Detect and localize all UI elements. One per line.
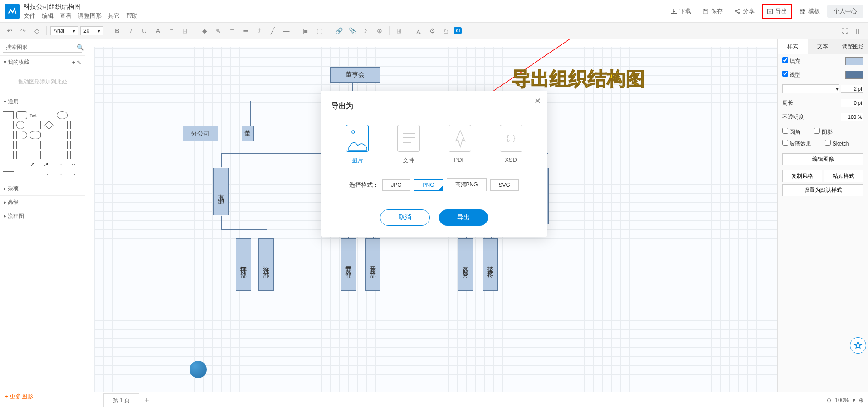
export-type-image[interactable]: 图片 <box>346 125 369 165</box>
export-type-file[interactable]: 文件 <box>397 125 420 165</box>
modal-cancel-button[interactable]: 取消 <box>380 209 430 226</box>
format-hdpng[interactable]: 高清PNG <box>447 178 487 191</box>
export-type-pdf[interactable]: PDF <box>449 125 471 165</box>
export-modal: ✕ 导出为 图片 文件 PDF {..} XSD 选择格式： JPG PNG <box>321 91 547 237</box>
format-png[interactable]: PNG <box>414 179 443 191</box>
modal-title: 导出为 <box>332 102 536 111</box>
format-label: 选择格式： <box>349 181 379 189</box>
export-type-xsd[interactable]: {..} XSD <box>500 125 522 165</box>
modal-export-button[interactable]: 导出 <box>439 209 488 226</box>
export-modal-overlay: ✕ 导出为 图片 文件 PDF {..} XSD 选择格式： JPG PNG <box>0 0 868 408</box>
format-svg[interactable]: SVG <box>490 179 519 191</box>
svg-point-10 <box>352 131 355 133</box>
format-jpg[interactable]: JPG <box>382 179 410 191</box>
modal-close-button[interactable]: ✕ <box>534 96 541 106</box>
